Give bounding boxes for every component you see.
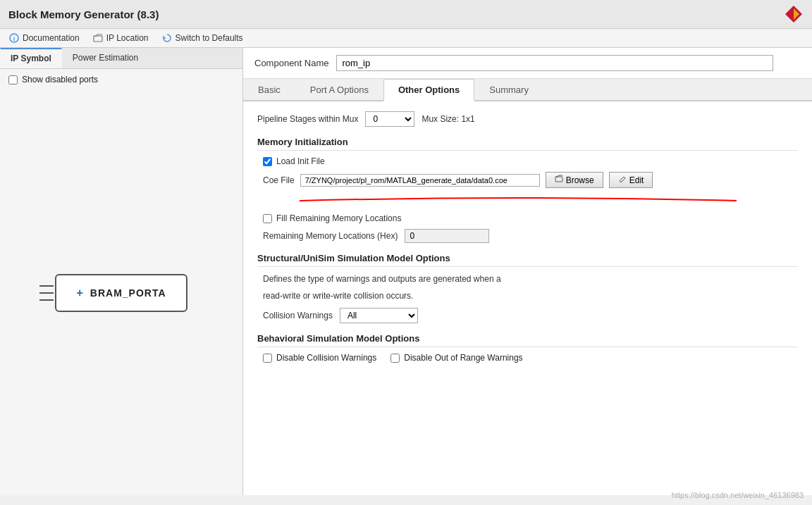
- tab-ip-symbol[interactable]: IP Symbol: [0, 48, 62, 68]
- main-layout: IP Symbol Power Estimation Show disabled…: [0, 48, 812, 495]
- toolbar: i Documentation IP Location Switch to De…: [0, 29, 812, 48]
- tab-summary[interactable]: Summary: [474, 79, 543, 100]
- edit-icon: [618, 175, 627, 185]
- refresh-icon: [161, 32, 173, 44]
- disable-out-of-range-checkbox[interactable]: [390, 354, 400, 363]
- show-disabled-ports-row: Show disabled ports: [0, 69, 242, 90]
- structural-sim-title: Structural/UniSim Simulation Model Optio…: [257, 253, 798, 267]
- ip-location-button[interactable]: IP Location: [92, 32, 149, 44]
- tab-basic[interactable]: Basic: [243, 79, 295, 100]
- load-init-file-label: Load Init File: [276, 156, 325, 166]
- disable-collision-checkbox[interactable]: [263, 354, 272, 363]
- fill-remaining-checkbox[interactable]: [263, 214, 272, 223]
- component-name-row: Component Name: [243, 48, 812, 79]
- pipeline-stages-row: Pipeline Stages within Mux 0 1 2 Mux Siz…: [257, 111, 798, 127]
- tab-port-a-options[interactable]: Port A Options: [295, 79, 383, 100]
- browse-icon: [555, 175, 563, 185]
- browse-button[interactable]: Browse: [546, 172, 603, 188]
- pipeline-stages-label: Pipeline Stages within Mux: [257, 114, 358, 124]
- collision-warnings-row: Collision Warnings All WARNING GENERATE …: [257, 308, 798, 323]
- symbol-area: + BRAM_PORTA: [0, 90, 242, 495]
- load-init-file-checkbox[interactable]: [263, 157, 272, 166]
- window-title: Block Memory Generator (8.3): [8, 8, 159, 20]
- svg-text:i: i: [13, 35, 16, 42]
- structural-sim-desc1: Defines the type of warnings and outputs…: [257, 273, 798, 285]
- left-panel: IP Symbol Power Estimation Show disabled…: [0, 48, 243, 495]
- disable-collision-row: Disable Collision Warnings: [263, 353, 376, 363]
- fill-remaining-row: Fill Remaining Memory Locations: [257, 213, 798, 223]
- annotation-underline-2: [300, 194, 737, 206]
- folder-icon: [92, 32, 104, 44]
- structural-sim-desc2: read-write or write-write collision occu…: [257, 289, 798, 302]
- content-area: Pipeline Stages within Mux 0 1 2 Mux Siz…: [243, 101, 812, 495]
- watermark: https://blog.csdn.net/weixin_46136983: [672, 491, 804, 499]
- right-panel: Component Name Basic Port A Options Othe…: [243, 48, 812, 495]
- bram-expand-icon: +: [76, 287, 82, 299]
- xilinx-logo: [784, 4, 804, 24]
- coe-file-input[interactable]: [300, 174, 540, 187]
- title-bar: Block Memory Generator (8.3): [0, 0, 812, 29]
- collision-warnings-label: Collision Warnings: [263, 311, 333, 320]
- remaining-memory-row: Remaining Memory Locations (Hex): [257, 229, 798, 243]
- pipeline-stages-select[interactable]: 0 1 2: [365, 111, 414, 127]
- fill-remaining-label: Fill Remaining Memory Locations: [276, 213, 401, 223]
- collision-warnings-select[interactable]: All WARNING GENERATE X NONE: [340, 308, 418, 323]
- remaining-memory-label: Remaining Memory Locations (Hex): [263, 231, 398, 241]
- svg-rect-5: [555, 177, 562, 182]
- show-disabled-ports-label: Show disabled ports: [22, 75, 98, 85]
- tab-other-options[interactable]: Other Options: [383, 79, 474, 101]
- remaining-memory-input[interactable]: [405, 229, 489, 243]
- mux-size-label: Mux Size: 1x1: [422, 114, 474, 124]
- show-disabled-ports-checkbox[interactable]: [8, 75, 18, 85]
- switch-to-defaults-button[interactable]: Switch to Defaults: [161, 32, 243, 44]
- load-init-file-row: Load Init File: [257, 156, 798, 166]
- tabs-bar: Basic Port A Options Other Options Summa…: [243, 79, 812, 101]
- bram-block: + BRAM_PORTA: [55, 274, 187, 312]
- left-tabs: IP Symbol Power Estimation: [0, 48, 242, 69]
- component-name-label: Component Name: [254, 58, 329, 68]
- disable-collision-label: Disable Collision Warnings: [276, 353, 376, 363]
- tab-power-estimation[interactable]: Power Estimation: [62, 48, 149, 68]
- info-icon: i: [8, 32, 20, 44]
- disable-out-of-range-row: Disable Out of Range Warnings: [390, 353, 522, 363]
- disable-out-of-range-label: Disable Out of Range Warnings: [404, 353, 522, 363]
- svg-rect-4: [94, 36, 102, 42]
- behavioral-sim-title: Behavioral Simulation Model Options: [257, 333, 798, 347]
- coe-file-row: Coe File Browse Edit: [257, 172, 798, 188]
- behavioral-sim-row: Disable Collision Warnings Disable Out o…: [257, 353, 798, 363]
- coe-file-label: Coe File: [263, 175, 295, 185]
- edit-button[interactable]: Edit: [609, 172, 653, 188]
- documentation-button[interactable]: i Documentation: [8, 32, 80, 44]
- memory-init-title: Memory Initialization: [257, 137, 798, 151]
- component-name-input[interactable]: [336, 55, 773, 71]
